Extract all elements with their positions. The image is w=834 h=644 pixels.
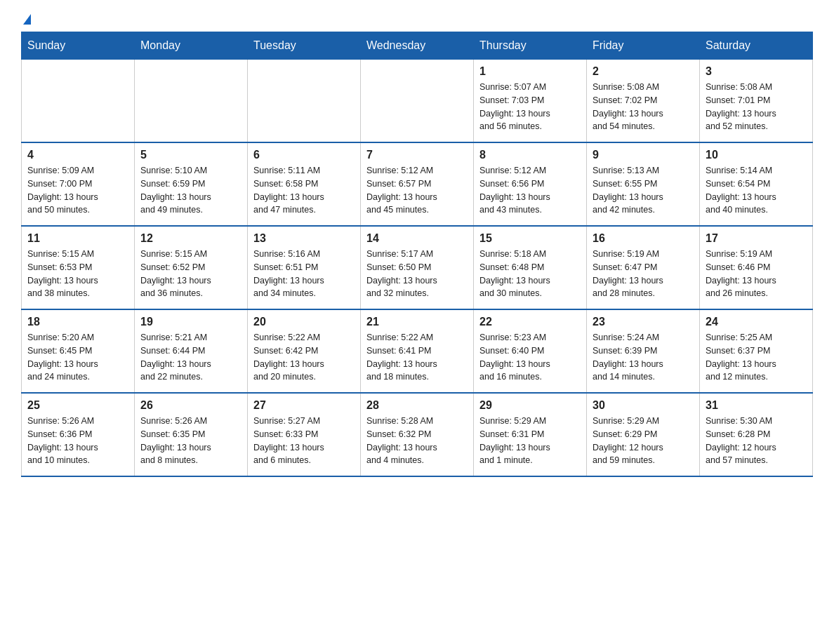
calendar-cell: 9Sunrise: 5:13 AM Sunset: 6:55 PM Daylig… (587, 142, 700, 226)
day-number: 22 (479, 316, 581, 328)
day-info: Sunrise: 5:24 AM Sunset: 6:39 PM Dayligh… (593, 331, 694, 384)
day-info: Sunrise: 5:12 AM Sunset: 6:56 PM Dayligh… (479, 164, 581, 217)
weekday-header-saturday: Saturday (700, 32, 813, 60)
day-number: 24 (706, 316, 807, 328)
day-info: Sunrise: 5:21 AM Sunset: 6:44 PM Dayligh… (140, 331, 241, 384)
day-number: 7 (366, 149, 468, 161)
day-info: Sunrise: 5:16 AM Sunset: 6:51 PM Dayligh… (253, 248, 355, 300)
calendar-cell: 30Sunrise: 5:29 AM Sunset: 6:29 PM Dayli… (587, 393, 700, 476)
calendar-cell: 24Sunrise: 5:25 AM Sunset: 6:37 PM Dayli… (700, 309, 813, 393)
day-info: Sunrise: 5:09 AM Sunset: 7:00 PM Dayligh… (27, 164, 128, 217)
weekday-header-row: SundayMondayTuesdayWednesdayThursdayFrid… (22, 32, 813, 60)
day-info: Sunrise: 5:13 AM Sunset: 6:55 PM Dayligh… (593, 164, 694, 217)
day-number: 30 (593, 399, 694, 412)
calendar-week-row: 18Sunrise: 5:20 AM Sunset: 6:45 PM Dayli… (22, 309, 813, 393)
calendar-cell (135, 60, 248, 143)
day-number: 21 (366, 316, 468, 328)
day-info: Sunrise: 5:19 AM Sunset: 6:46 PM Dayligh… (706, 248, 807, 300)
day-info: Sunrise: 5:25 AM Sunset: 6:37 PM Dayligh… (706, 331, 807, 384)
weekday-header-tuesday: Tuesday (248, 32, 361, 60)
calendar-cell: 5Sunrise: 5:10 AM Sunset: 6:59 PM Daylig… (135, 142, 248, 226)
day-number: 15 (479, 232, 581, 245)
calendar-cell: 18Sunrise: 5:20 AM Sunset: 6:45 PM Dayli… (22, 309, 135, 393)
day-info: Sunrise: 5:29 AM Sunset: 6:31 PM Dayligh… (479, 415, 581, 467)
weekday-header-friday: Friday (587, 32, 700, 60)
logo (21, 14, 31, 25)
day-number: 9 (593, 149, 694, 161)
calendar-cell (361, 60, 474, 143)
day-info: Sunrise: 5:07 AM Sunset: 7:03 PM Dayligh… (479, 81, 581, 133)
day-info: Sunrise: 5:26 AM Sunset: 6:36 PM Dayligh… (27, 415, 128, 467)
calendar-week-row: 25Sunrise: 5:26 AM Sunset: 6:36 PM Dayli… (22, 393, 813, 476)
calendar-cell: 4Sunrise: 5:09 AM Sunset: 7:00 PM Daylig… (22, 142, 135, 226)
day-number: 26 (140, 399, 241, 412)
calendar-cell: 20Sunrise: 5:22 AM Sunset: 6:42 PM Dayli… (248, 309, 361, 393)
calendar-cell: 27Sunrise: 5:27 AM Sunset: 6:33 PM Dayli… (248, 393, 361, 476)
day-info: Sunrise: 5:19 AM Sunset: 6:47 PM Dayligh… (593, 248, 694, 300)
calendar-cell: 10Sunrise: 5:14 AM Sunset: 6:54 PM Dayli… (700, 142, 813, 226)
day-info: Sunrise: 5:18 AM Sunset: 6:48 PM Dayligh… (479, 248, 581, 300)
day-number: 12 (140, 232, 241, 245)
weekday-header-sunday: Sunday (22, 32, 135, 60)
day-number: 10 (706, 149, 807, 161)
calendar-cell: 7Sunrise: 5:12 AM Sunset: 6:57 PM Daylig… (361, 142, 474, 226)
day-info: Sunrise: 5:29 AM Sunset: 6:29 PM Dayligh… (593, 415, 694, 467)
day-number: 25 (27, 399, 128, 412)
day-info: Sunrise: 5:11 AM Sunset: 6:58 PM Dayligh… (253, 164, 355, 217)
day-number: 18 (27, 316, 128, 328)
weekday-header-monday: Monday (135, 32, 248, 60)
day-info: Sunrise: 5:15 AM Sunset: 6:52 PM Dayligh… (140, 248, 241, 300)
day-info: Sunrise: 5:14 AM Sunset: 6:54 PM Dayligh… (706, 164, 807, 217)
day-number: 2 (593, 65, 694, 78)
day-number: 28 (366, 399, 468, 412)
calendar-cell: 29Sunrise: 5:29 AM Sunset: 6:31 PM Dayli… (474, 393, 587, 476)
calendar-cell (248, 60, 361, 143)
logo-triangle-icon (23, 14, 31, 25)
day-number: 6 (253, 149, 355, 161)
day-number: 3 (706, 65, 807, 78)
day-number: 31 (706, 399, 807, 412)
day-info: Sunrise: 5:22 AM Sunset: 6:42 PM Dayligh… (253, 331, 355, 384)
calendar-cell: 21Sunrise: 5:22 AM Sunset: 6:41 PM Dayli… (361, 309, 474, 393)
calendar-cell: 8Sunrise: 5:12 AM Sunset: 6:56 PM Daylig… (474, 142, 587, 226)
day-info: Sunrise: 5:22 AM Sunset: 6:41 PM Dayligh… (366, 331, 468, 384)
calendar-week-row: 4Sunrise: 5:09 AM Sunset: 7:00 PM Daylig… (22, 142, 813, 226)
day-info: Sunrise: 5:12 AM Sunset: 6:57 PM Dayligh… (366, 164, 468, 217)
day-info: Sunrise: 5:26 AM Sunset: 6:35 PM Dayligh… (140, 415, 241, 467)
day-info: Sunrise: 5:23 AM Sunset: 6:40 PM Dayligh… (479, 331, 581, 384)
calendar-week-row: 1Sunrise: 5:07 AM Sunset: 7:03 PM Daylig… (22, 60, 813, 143)
day-info: Sunrise: 5:08 AM Sunset: 7:02 PM Dayligh… (593, 81, 694, 133)
day-info: Sunrise: 5:15 AM Sunset: 6:53 PM Dayligh… (27, 248, 128, 300)
day-number: 17 (706, 232, 807, 245)
calendar-cell (22, 60, 135, 143)
page-header (21, 14, 813, 25)
calendar-cell: 1Sunrise: 5:07 AM Sunset: 7:03 PM Daylig… (474, 60, 587, 143)
calendar-cell: 15Sunrise: 5:18 AM Sunset: 6:48 PM Dayli… (474, 226, 587, 309)
day-number: 29 (479, 399, 581, 412)
day-info: Sunrise: 5:30 AM Sunset: 6:28 PM Dayligh… (706, 415, 807, 467)
calendar-cell: 6Sunrise: 5:11 AM Sunset: 6:58 PM Daylig… (248, 142, 361, 226)
calendar-cell: 13Sunrise: 5:16 AM Sunset: 6:51 PM Dayli… (248, 226, 361, 309)
calendar-cell: 22Sunrise: 5:23 AM Sunset: 6:40 PM Dayli… (474, 309, 587, 393)
day-number: 14 (366, 232, 468, 245)
calendar-cell: 23Sunrise: 5:24 AM Sunset: 6:39 PM Dayli… (587, 309, 700, 393)
day-number: 20 (253, 316, 355, 328)
calendar-cell: 2Sunrise: 5:08 AM Sunset: 7:02 PM Daylig… (587, 60, 700, 143)
calendar-cell: 14Sunrise: 5:17 AM Sunset: 6:50 PM Dayli… (361, 226, 474, 309)
day-info: Sunrise: 5:17 AM Sunset: 6:50 PM Dayligh… (366, 248, 468, 300)
weekday-header-thursday: Thursday (474, 32, 587, 60)
calendar-cell: 11Sunrise: 5:15 AM Sunset: 6:53 PM Dayli… (22, 226, 135, 309)
day-number: 19 (140, 316, 241, 328)
day-number: 8 (479, 149, 581, 161)
day-number: 1 (479, 65, 581, 78)
weekday-header-wednesday: Wednesday (361, 32, 474, 60)
day-number: 13 (253, 232, 355, 245)
day-number: 5 (140, 149, 241, 161)
calendar-cell: 16Sunrise: 5:19 AM Sunset: 6:47 PM Dayli… (587, 226, 700, 309)
calendar-cell: 3Sunrise: 5:08 AM Sunset: 7:01 PM Daylig… (700, 60, 813, 143)
day-info: Sunrise: 5:10 AM Sunset: 6:59 PM Dayligh… (140, 164, 241, 217)
calendar-table: SundayMondayTuesdayWednesdayThursdayFrid… (21, 32, 813, 477)
calendar-cell: 17Sunrise: 5:19 AM Sunset: 6:46 PM Dayli… (700, 226, 813, 309)
day-info: Sunrise: 5:28 AM Sunset: 6:32 PM Dayligh… (366, 415, 468, 467)
calendar-cell: 28Sunrise: 5:28 AM Sunset: 6:32 PM Dayli… (361, 393, 474, 476)
